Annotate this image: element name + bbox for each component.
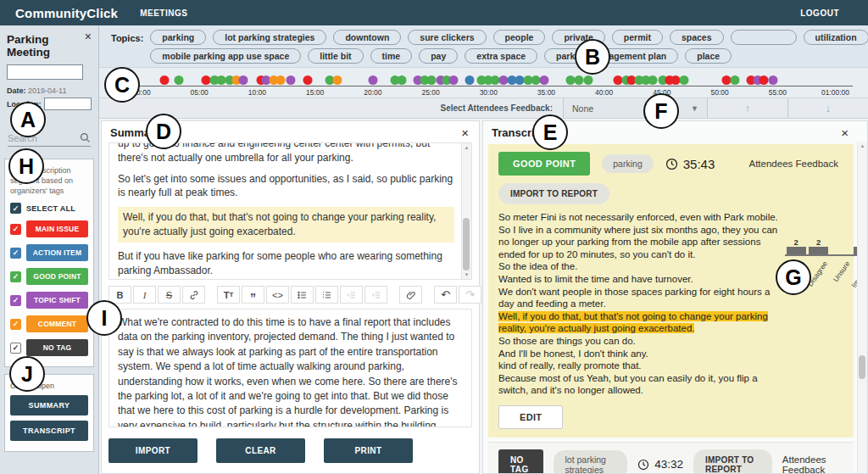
checkbox-topic-shift[interactable]: ✓: [10, 295, 21, 306]
quote-icon[interactable]: ”: [242, 286, 264, 304]
timeline-tick-label: 10:00: [248, 88, 266, 97]
callout-C: C: [104, 67, 140, 103]
timeline-dot-orange[interactable]: [332, 75, 342, 85]
attach-icon[interactable]: [399, 286, 422, 304]
topic-chip-spaces[interactable]: spaces: [670, 30, 724, 45]
summary-editor[interactable]: What we're contracted to do this time is…: [108, 309, 472, 427]
segment-topic-chip[interactable]: parking: [602, 154, 653, 173]
filter-tag-good-point[interactable]: GOOD POINT: [26, 268, 88, 285]
date-value: 2019-04-11: [28, 86, 66, 95]
code-icon[interactable]: <>: [266, 286, 289, 304]
chart-value: 2: [816, 238, 821, 247]
checkbox-action-item[interactable]: ✓: [10, 248, 21, 259]
feedback-prev-button[interactable]: ↑: [707, 98, 787, 118]
topic-chip-extra-space[interactable]: extra space: [465, 48, 537, 64]
topic-chip-utilization[interactable]: utilization: [804, 30, 868, 45]
import-to-report-button[interactable]: IMPORT TO REPORT: [498, 183, 609, 204]
timeline-dot-purple[interactable]: [449, 75, 459, 85]
topic-chip-pay[interactable]: pay: [419, 48, 458, 64]
topic-chip-place[interactable]: place: [685, 48, 732, 64]
timeline-dot-red[interactable]: [759, 75, 768, 85]
timeline-dot-green[interactable]: [397, 75, 406, 85]
size-icon[interactable]: TT: [217, 286, 240, 304]
filter-tag-comment[interactable]: COMMENT: [26, 315, 88, 332]
timeline-dot-purple[interactable]: [539, 75, 548, 85]
segment-topic-chip[interactable]: lot parking strategies: [554, 450, 627, 474]
topic-chip-little-bit[interactable]: little bit: [308, 48, 363, 64]
checkbox-select-all[interactable]: ✓: [10, 203, 21, 214]
topic-chip-people[interactable]: people: [493, 30, 546, 45]
filter-tag-action-item[interactable]: ACTION ITEM: [26, 244, 88, 261]
segment-tag-button[interactable]: NO TAG: [498, 449, 543, 474]
list-ordered-icon[interactable]: [315, 286, 338, 304]
timeline-dot-green[interactable]: [174, 75, 183, 85]
topic-chip-sure-clickers[interactable]: sure clickers: [408, 30, 486, 45]
location-input[interactable]: [44, 98, 92, 110]
list-bullet-icon[interactable]: [291, 286, 314, 304]
open-transcript-button[interactable]: TRANSCRIPT: [10, 421, 88, 441]
topic-chip-parking[interactable]: parking: [150, 30, 206, 45]
open-summary-button[interactable]: SUMMARY: [10, 395, 88, 415]
sidebar-close-icon[interactable]: ×: [85, 31, 92, 42]
timeline-dot-purple[interactable]: [368, 75, 377, 85]
checkbox-no-tag[interactable]: ✓: [10, 343, 21, 354]
topic-chip-lot-parking-strategies[interactable]: lot parking strategies: [213, 30, 326, 45]
topic-chip-downtown[interactable]: downtown: [333, 30, 401, 45]
chart-value: 2: [794, 238, 798, 247]
summary-close-icon[interactable]: ×: [461, 126, 469, 139]
scrollbar-thumb[interactable]: [463, 218, 470, 270]
bold-icon[interactable]: B: [108, 286, 131, 304]
transcript-segment[interactable]: NO TAG lot parking strategies 43:32 IMPO…: [488, 442, 854, 474]
timeline-dot-green[interactable]: [648, 75, 657, 85]
import-button[interactable]: IMPORT: [108, 438, 198, 463]
timeline-dot-green[interactable]: [679, 75, 688, 85]
summary-scrollbar[interactable]: ▲ ▼: [461, 143, 471, 279]
scroll-down-icon[interactable]: ▼: [465, 272, 470, 277]
segment-tag-button[interactable]: GOOD POINT: [498, 152, 590, 176]
import-to-report-button[interactable]: IMPORT TO REPORT: [693, 449, 772, 474]
scroll-up-icon[interactable]: ▲: [465, 145, 470, 150]
strike-icon[interactable]: S: [158, 286, 181, 304]
filter-tag-topic-shift[interactable]: TOPIC SHIFT: [26, 292, 88, 309]
feedback-next-button[interactable]: ↓: [787, 98, 868, 118]
topic-chip-hidden[interactable]: [731, 30, 797, 45]
timeline-dot-green[interactable]: [730, 75, 739, 85]
editor-toolbar: BISTT”<>↶↷: [102, 280, 479, 307]
transcript-close-icon[interactable]: ×: [841, 126, 849, 139]
summary-panel: Summary × up to going to finance and eng…: [101, 120, 480, 474]
timeline-dot-green[interactable]: [574, 75, 583, 85]
topic-chip-mobile-parking-app-use-space[interactable]: mobile parking app use space: [150, 48, 301, 64]
checkbox-comment[interactable]: ✓: [10, 319, 21, 330]
filter-tag-main-issue[interactable]: MAIN ISSUE: [26, 220, 88, 237]
feedback-select-dropdown[interactable]: None ▼: [563, 98, 707, 118]
filter-tag-no-tag[interactable]: NO TAG: [26, 339, 88, 356]
logout-button[interactable]: LOGOUT: [800, 8, 839, 18]
scrollbar-thumb[interactable]: [859, 355, 865, 379]
timeline-dot-purple[interactable]: [239, 75, 248, 85]
timeline-dot-blue[interactable]: [465, 75, 475, 85]
checkbox-main-issue[interactable]: ✓: [10, 224, 21, 235]
checkbox-good-point[interactable]: ✓: [10, 271, 21, 282]
transcript-scrollbar[interactable]: ▲: [857, 142, 867, 473]
summary-source-view[interactable]: up to going to finance and engineering c…: [108, 142, 472, 280]
meeting-title-input[interactable]: [7, 64, 83, 80]
timeline-dot-red[interactable]: [303, 75, 313, 85]
clear-button[interactable]: CLEAR: [216, 438, 305, 463]
topic-chip-permit[interactable]: permit: [612, 30, 663, 45]
timeline-dot-green[interactable]: [427, 75, 437, 85]
edit-button[interactable]: EDIT: [498, 405, 563, 429]
undo-icon[interactable]: ↶: [434, 286, 457, 304]
topic-chip-parking-management-plan[interactable]: parking management plan: [544, 48, 678, 64]
print-button[interactable]: PRINT: [324, 438, 413, 463]
nav-meetings[interactable]: MEETINGS: [140, 8, 187, 18]
timeline-dot-orange[interactable]: [275, 75, 285, 85]
link-icon[interactable]: [182, 286, 205, 304]
timeline-dot-purple[interactable]: [286, 75, 295, 85]
search-icon: [80, 132, 91, 143]
timeline-dot-red[interactable]: [160, 75, 170, 85]
timeline-dot-purple[interactable]: [768, 75, 777, 85]
topic-chip-time[interactable]: time: [370, 48, 413, 64]
italic-icon[interactable]: I: [133, 286, 156, 304]
timeline-dot-green[interactable]: [583, 75, 593, 85]
tag-filter-panel: Filter transcription segment based on or…: [4, 159, 94, 367]
